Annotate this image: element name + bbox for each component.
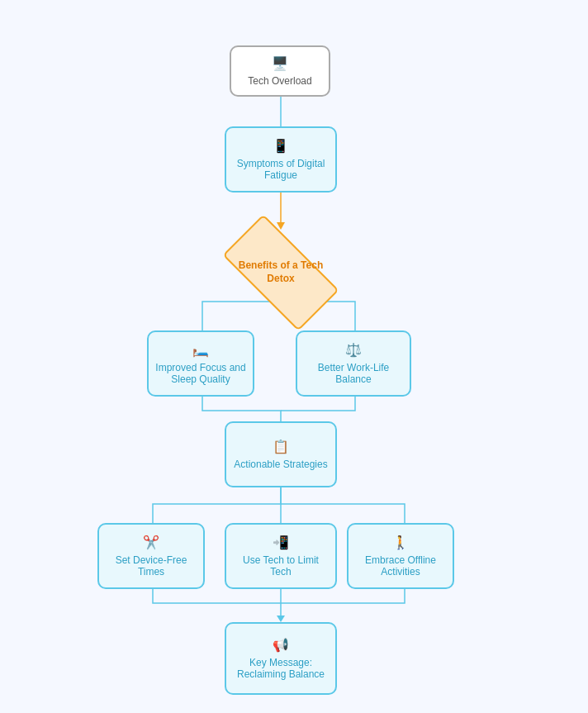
actionable-icon: 📋 xyxy=(273,439,289,454)
device-free-icon: ✂️ xyxy=(143,535,159,550)
offline-node: 🚶 Embrace Offline Activities xyxy=(347,523,454,589)
improved-focus-node: 🛏️ Improved Focus and Sleep Quality xyxy=(147,330,254,397)
symptoms-icon: 📱 xyxy=(273,138,289,154)
offline-label: Embrace Offline Activities xyxy=(355,554,446,578)
improved-focus-icon: 🛏️ xyxy=(192,342,209,358)
use-tech-label: Use Tech to Limit Tech xyxy=(233,554,329,578)
offline-icon: 🚶 xyxy=(392,535,409,550)
tech-overload-icon: 🖥️ xyxy=(272,55,288,71)
improved-focus-label: Improved Focus and Sleep Quality xyxy=(155,362,246,385)
tech-overload-label: Tech Overload xyxy=(248,75,311,87)
symptoms-label: Symptoms of Digital Fatigue xyxy=(233,158,329,181)
benefits-diamond-wrapper: Benefits of a Tech Detox xyxy=(198,227,363,318)
device-free-node: ✂️ Set Device-Free Times xyxy=(97,523,205,589)
better-work-node: ⚖️ Better Work-Life Balance xyxy=(296,330,411,397)
use-tech-icon: 📲 xyxy=(273,535,289,550)
key-message-label: Key Message: Reclaiming Balance xyxy=(233,657,329,680)
flowchart-diagram: 🖥️ Tech Overload 📱 Symptoms of Digital F… xyxy=(0,0,588,713)
actionable-label: Actionable Strategies xyxy=(234,459,327,470)
svg-marker-12 xyxy=(277,616,285,622)
key-message-node: 📢 Key Message: Reclaiming Balance xyxy=(225,622,337,695)
use-tech-node: 📲 Use Tech to Limit Tech xyxy=(225,523,337,589)
benefits-diamond xyxy=(222,214,339,330)
better-work-icon: ⚖️ xyxy=(345,342,362,358)
actionable-node: 📋 Actionable Strategies xyxy=(225,421,337,487)
device-free-label: Set Device-Free Times xyxy=(106,554,197,578)
tech-overload-node: 🖥️ Tech Overload xyxy=(230,45,330,97)
key-message-icon: 📢 xyxy=(273,637,289,653)
better-work-label: Better Work-Life Balance xyxy=(304,362,403,385)
symptoms-node: 📱 Symptoms of Digital Fatigue xyxy=(225,126,337,193)
